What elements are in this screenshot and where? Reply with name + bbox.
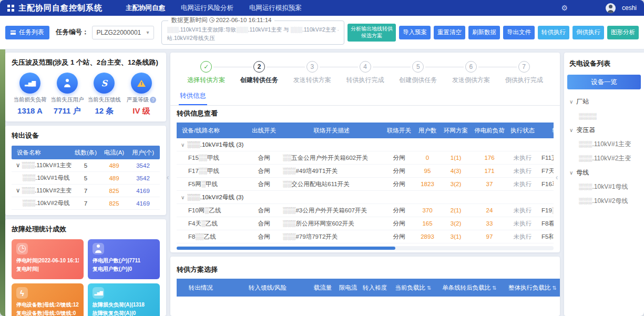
toolbar-button[interactable]: 转供执行 bbox=[538, 26, 569, 39]
stat-value: 12 条 bbox=[95, 106, 114, 116]
card-line1: 停电设备数|母线:2/馈线:12 bbox=[16, 301, 79, 309]
table-row[interactable]: F4天░乙线 合闸 ░░░所公用环网室602开关 分闸 165 3(2) 33 … bbox=[177, 217, 554, 230]
column-header[interactable]: 整体执行负载比 ⇅ bbox=[502, 279, 560, 297]
toolbar-button[interactable]: 重置清空 bbox=[434, 26, 465, 39]
stepper-step: 2 创建转供任务 bbox=[233, 61, 286, 85]
stepper-step: 4 转供执行完成 bbox=[339, 61, 392, 85]
column-header: 出线开关 bbox=[248, 123, 280, 138]
toolbar-button[interactable]: 刷新数据 bbox=[468, 26, 500, 39]
task-no-value: PLZG22000001 bbox=[97, 29, 141, 36]
transfer-target-feeder: F16马░ bbox=[537, 178, 554, 190]
column-header[interactable]: 转入裕度 bbox=[361, 279, 389, 297]
top-menu: 主配协同自愈电网运行风险分析电网运行模拟预案 bbox=[126, 4, 561, 13]
task-list-button[interactable]: 任务列表 bbox=[5, 26, 49, 39]
card-line2: 故障恢复负荷(A)|0 bbox=[93, 309, 155, 316]
tree-node[interactable]: ░░░.10kV#1母线 bbox=[569, 180, 639, 194]
group-row[interactable]: ∨ ░░░.10kV#1母线 (3) bbox=[177, 138, 554, 151]
top-menu-item[interactable]: 电网运行模拟预案 bbox=[249, 4, 302, 13]
loop-plan: 2(1) bbox=[441, 204, 471, 217]
tree-node[interactable]: 母线 bbox=[569, 166, 639, 180]
table-row[interactable]: F8░░乙线 合闸 ░░░#79培79T2开关 分闸 2893 3(1) 97 … bbox=[177, 230, 554, 243]
stat-card: 停电设备数|母线:2/馈线:12 复电设备数|母线:0/馈线:0 bbox=[12, 283, 84, 316]
settings-gear-icon[interactable]: ⚙ bbox=[561, 4, 568, 12]
tie-switch-description: ░░░#79培79T2开关 bbox=[280, 230, 384, 243]
tree-node[interactable]: ░░░.110kV#2主变 bbox=[569, 151, 639, 166]
column-header[interactable]: 转出情况 bbox=[177, 279, 225, 297]
column-header[interactable]: 单条线转后负载比 ⇅ bbox=[437, 279, 502, 297]
table-row[interactable]: ░░░.10kV#2母线 7 825 4169 bbox=[12, 197, 160, 210]
toolbar-button[interactable]: 导入预案 bbox=[399, 26, 431, 39]
pre-outage-load: 33 bbox=[471, 217, 508, 230]
top-menu-item[interactable]: 电网运行风险分析 bbox=[181, 4, 233, 13]
user-count: 95 bbox=[414, 165, 441, 177]
tree-node[interactable]: ░░░.110kV#1主变 bbox=[569, 137, 639, 151]
execution-status: 未执行 bbox=[508, 178, 537, 190]
transfer-out-header: 设备名称线数(条)电流(A)用户(个) bbox=[12, 146, 160, 159]
table-row[interactable]: ░░░.10kV#1母线 5 489 3542 bbox=[12, 172, 160, 185]
sort-icon[interactable]: ⇅ bbox=[553, 285, 557, 291]
column-header: 电流(A) bbox=[100, 146, 128, 159]
outgoing-switch-state: 合闸 bbox=[248, 217, 280, 230]
app-root: 主配协同自愈控制系统 主配协同自愈电网运行风险分析电网运行模拟预案 ⚙ cesh… bbox=[0, 0, 644, 316]
tree-node[interactable]: 厂站 bbox=[569, 95, 639, 109]
table-row[interactable]: F5网░甲线 合闸 ░░交公用配电站611开关 分闸 1823 3(2) 37 … bbox=[177, 178, 554, 191]
toolbar-button[interactable]: 倒供执行 bbox=[573, 26, 604, 39]
scrollbar-thumb[interactable] bbox=[177, 247, 395, 250]
update-time-value: 2022-06-10 16:11:14 bbox=[216, 17, 272, 23]
toolbar-button[interactable]: 导出文件 bbox=[503, 26, 535, 39]
left-sidebar: 失压波及范围(涉及 1 个站、2台主变、12条线路) 当前损失负荷 1318 A bbox=[5, 53, 166, 316]
tree-node[interactable]: ░░░.10kV#2母线 bbox=[569, 194, 639, 208]
column-header: 转供 bbox=[537, 123, 554, 138]
app-title: 主配协同自愈控制系统 bbox=[18, 3, 103, 13]
column-header[interactable]: 限电流 bbox=[335, 279, 361, 297]
tree-node[interactable]: ░░░░ bbox=[569, 109, 639, 123]
horizontal-scrollbar[interactable] bbox=[177, 246, 554, 250]
column-header[interactable]: 载流量 bbox=[310, 279, 335, 297]
table-row[interactable]: F17░░甲线 合闸 ░░░#49培49T1开关 分闸 95 4(3) 171 … bbox=[177, 165, 554, 178]
table-row[interactable]: F10网░乙线 合闸 ░░░#3公用户外开关箱607开关 分闸 370 2(1)… bbox=[177, 204, 554, 217]
stat-icon bbox=[25, 80, 35, 86]
stat-card: 停电时间|2022-06-10 16:11 复电时间| bbox=[12, 239, 84, 279]
sort-icon[interactable]: ⇅ bbox=[427, 285, 431, 291]
table-row[interactable]: ∨ ░░░.110kV#2主变 7 825 4169 bbox=[12, 185, 160, 197]
stepper-step: ✓ 选择转供方案 bbox=[180, 61, 233, 85]
collapse-right-panel-handle[interactable]: ‹ bbox=[553, 168, 560, 187]
tree-node[interactable]: 变压器 bbox=[569, 123, 639, 137]
task-no-select[interactable]: PLZG22000001 ▾ bbox=[92, 26, 154, 39]
toolbar-button[interactable]: 分析输出地线转供候选方案 bbox=[347, 24, 396, 42]
card-icon bbox=[16, 287, 28, 299]
stat-icon-circle bbox=[94, 73, 115, 94]
top-menu-item[interactable]: 主配协同自愈 bbox=[126, 4, 165, 13]
tab-bar: 转供信息 bbox=[170, 89, 560, 106]
chevron-down-icon: ∨ bbox=[181, 195, 185, 200]
column-header-label: 单条线转后负载比 bbox=[442, 284, 490, 292]
column-header: 执行状态 bbox=[508, 123, 537, 138]
user-count: 0 bbox=[414, 151, 441, 164]
stepper-step: 6 发送倒供方案 bbox=[445, 61, 498, 85]
stat-label: 严重等级 ? bbox=[127, 96, 156, 104]
toolbar-button[interactable]: 图形分析 bbox=[607, 26, 639, 39]
outgoing-switch-state: 合闸 bbox=[248, 204, 280, 217]
pre-outage-load: 37 bbox=[471, 178, 508, 190]
tab-transfer-info[interactable]: 转供信息 bbox=[179, 89, 207, 105]
device-overview-button[interactable]: 设备一览 bbox=[567, 75, 641, 89]
help-icon[interactable]: ? bbox=[150, 97, 156, 103]
column-header: 线数(条) bbox=[71, 146, 100, 159]
column-header[interactable]: 转入馈线/风险 bbox=[225, 279, 310, 297]
collapse-left-panel-handle[interactable]: ‹ bbox=[164, 168, 171, 187]
user-avatar[interactable] bbox=[606, 3, 616, 13]
sort-icon[interactable]: ⇅ bbox=[492, 285, 496, 291]
group-row[interactable]: ∨ ░░░.10kV#2母线 (3) bbox=[177, 191, 554, 204]
toolbar: 任务列表 任务编号： PLZG22000001 ▾ 数据更新时间 2022-06… bbox=[0, 16, 644, 49]
step-circle: 2 bbox=[253, 61, 265, 73]
loop-plan: 4(3) bbox=[441, 165, 471, 177]
pre-outage-load: 24 bbox=[471, 204, 508, 217]
tie-switch-state: 分闸 bbox=[384, 204, 414, 217]
step-label: 发送转供方案 bbox=[293, 76, 331, 85]
fault-description-line2: 站.10kV#2母线失压 bbox=[167, 34, 339, 43]
table-row[interactable]: ∨ ░░░.110kV#1主变 5 489 3542 bbox=[12, 159, 160, 172]
table-row[interactable]: F15░░甲线 合闸 ░░五金公用户外开关箱602开关 分闸 0 1(1) 17… bbox=[177, 151, 554, 165]
step-label: 创建转供任务 bbox=[240, 76, 278, 85]
transfer-target-feeder: F19░ bbox=[537, 204, 554, 217]
column-header[interactable]: 当前负载比 ⇅ bbox=[389, 279, 437, 297]
